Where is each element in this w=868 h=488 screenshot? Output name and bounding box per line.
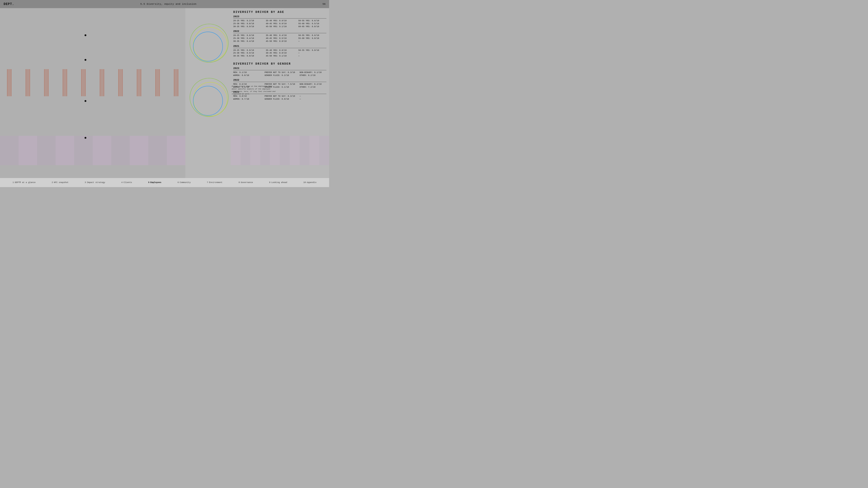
age-data-item: 25-30 YRS: 8.9/10	[233, 52, 261, 55]
nav-item-appendix[interactable]: 10 Appendix	[303, 182, 316, 184]
gender-data-item: GENDER FLUID: 8.0/10	[265, 98, 295, 101]
gender-data-item: OTHER: 7.2/10	[300, 86, 327, 89]
gender-data-item: NON-BINARY: 8.2/10	[300, 83, 327, 86]
gender-data-item: MEN: 9.1/10	[233, 71, 260, 74]
gender-data-item: NON-BINARY: 9.1/10	[300, 71, 327, 74]
nav-item-looking-ahead[interactable]: 9 Looking ahead	[269, 182, 287, 184]
gender-data-item: PREFER NOT TO SAY: 8.3/10	[265, 71, 295, 74]
age-data-item: 60-65 YRS: 8.8/10	[298, 25, 327, 28]
nav-item-employees[interactable]: 5 Employees	[148, 182, 161, 184]
age-data-item: 25-30 YRS: 9.0/10	[233, 22, 261, 25]
nav-item-kpi[interactable]: 2 KPI snapshot	[52, 182, 68, 184]
nav-number: 4	[121, 182, 123, 184]
left-panel	[0, 8, 185, 178]
age-data-item: 50-55 YRS: 9.0/10	[298, 49, 327, 52]
age-data-item: 20-25 YRS: 8.6/10	[233, 34, 261, 37]
gender-data-item: WOMEN: 8.8/10	[233, 74, 260, 77]
nav-number: 7	[207, 182, 208, 184]
lower-bar-columns	[0, 136, 185, 165]
age-data-item: —	[298, 40, 327, 43]
nav-label: Impact strategy	[87, 182, 105, 184]
circles-visualization	[185, 21, 233, 152]
age-year-2022: 2022	[233, 30, 327, 33]
svg-point-4	[193, 82, 227, 116]
dot-1	[85, 34, 86, 36]
bottom-nav: 1 DEPT® at a glance 2 KPI snapshot 3 Imp…	[0, 178, 329, 187]
gender-section-title: DIVERSITY DRIVER BY GENDER	[233, 62, 327, 66]
nav-label: Clients	[123, 182, 132, 184]
age-2023-row1: 20-25 YRS: 9.2/10 25-30 YRS: 9.0/10 30-3…	[233, 20, 327, 28]
age-data-item: 40-45 YRS: 8.5/10	[266, 37, 294, 40]
svg-point-0	[190, 24, 228, 62]
nav-item-dept[interactable]: 1 DEPT® at a glance	[13, 182, 35, 184]
age-data-item: 20-25 YRS: 9.2/10	[233, 20, 261, 22]
right-panel: DIVERSITY DRIVER BY AGE 2023 20-25 YRS: …	[185, 8, 329, 178]
data-panel: DIVERSITY DRIVER BY AGE 2023 20-25 YRS: …	[230, 8, 329, 103]
nav-label: Environment	[209, 182, 222, 184]
age-data-item: 55-60 YRS: 9.0/10	[298, 37, 327, 40]
description-text: Driver scores show us how employees feel…	[232, 85, 276, 95]
gender-year-2022: 2022	[233, 78, 327, 82]
gender-2021-row: MEN: 9.0/10 WOMEN: 8.7/10 PREFER NOT TO …	[233, 95, 327, 101]
age-data-item: 30-35 YRS: 8.4/10	[233, 40, 261, 43]
age-2021-row: 20-25 YRS: 8.9/10 25-30 YRS: 8.9/10 30-3…	[233, 49, 327, 58]
nav-label: Looking ahead	[271, 182, 287, 184]
gender-data-item: WOMEN: 8.7/10	[233, 98, 260, 101]
nav-number: 5	[148, 182, 149, 184]
nav-label: Employees	[150, 182, 161, 184]
svg-point-2	[193, 32, 223, 61]
age-data-item: 25-30 YRS: 8.4/10	[233, 37, 261, 40]
age-data-item: 55-60 YRS: 9.5/10	[298, 22, 327, 25]
nav-number: 10	[303, 182, 306, 184]
age-data-item: —	[298, 55, 327, 58]
gender-2023-row: MEN: 9.1/10 WOMEN: 8.8/10 PREFER NOT TO …	[233, 71, 327, 77]
age-data-item: 50-55 YRS: 8.6/10	[298, 34, 327, 37]
nav-item-clients[interactable]: 4 Clients	[121, 182, 132, 184]
svg-point-5	[193, 86, 223, 116]
dot-4	[85, 137, 86, 139]
age-year-2023: 2023	[233, 15, 327, 19]
nav-label: DEPT® at a glance	[15, 182, 35, 184]
nav-number: 9	[269, 182, 270, 184]
nav-label: Governance	[241, 182, 253, 184]
age-year-2021: 2021	[233, 45, 327, 48]
age-data-item: 45-50 YRS: 8.8/10	[266, 40, 294, 43]
gender-data-item: —	[300, 95, 327, 98]
right-lower-bars	[230, 136, 329, 165]
age-2022-row: 20-25 YRS: 8.6/10 25-30 YRS: 8.4/10 30-3…	[233, 34, 327, 43]
age-data-item: 20-25 YRS: 8.9/10	[233, 49, 261, 52]
nav-number: 1	[13, 182, 14, 184]
nav-number: 8	[239, 182, 240, 184]
nav-item-community[interactable]: 6 Community	[178, 182, 191, 184]
dot-2	[85, 59, 86, 61]
age-section-title: DIVERSITY DRIVER BY AGE	[233, 10, 327, 14]
nav-item-governance[interactable]: 8 Governance	[239, 182, 253, 184]
age-data-item: 35-40 YRS: 8.9/10	[266, 20, 294, 22]
age-data-item: 40-45 YRS: 8.8/10	[266, 52, 294, 55]
page-title: 5.5 Diversity, equity and inclusion	[141, 3, 197, 5]
header: DEPT. 5.5 Diversity, equity and inclusio…	[0, 0, 329, 8]
age-data-item: 35-40 YRS: 8.4/10	[266, 34, 294, 37]
age-data-item: 35-40 YRS: 8.8/10	[266, 49, 294, 52]
nav-item-impact[interactable]: 3 Impact strategy	[85, 182, 105, 184]
gender-year-2023: 2023	[233, 67, 327, 70]
nav-number: 3	[85, 182, 86, 184]
nav-label: Community	[180, 182, 191, 184]
nav-number: 2	[52, 182, 53, 184]
gender-data-item: GENDER FLUID: 9.2/10	[265, 74, 295, 77]
age-data-item: 30-35 YRS: 8.9/10	[233, 25, 261, 28]
age-data-item: 45-50 YRS: 9.1/10	[266, 25, 294, 28]
gender-data-item: —	[300, 98, 327, 101]
age-data-item: 30-35 YRS: 8.8/10	[233, 55, 261, 58]
main-content: DIVERSITY DRIVER BY AGE 2023 20-25 YRS: …	[0, 8, 329, 178]
svg-point-1	[193, 27, 227, 61]
upper-bar-columns	[0, 69, 185, 96]
age-data-item: —	[298, 52, 327, 55]
nav-item-environment[interactable]: 7 Environment	[207, 182, 222, 184]
nav-label: Appendix	[307, 182, 316, 184]
age-data-item: 50-55 YRS: 8.6/10	[298, 20, 327, 22]
nav-number: 6	[178, 182, 179, 184]
logo: DEPT.	[4, 2, 14, 6]
gender-data-item: OTHER: 8.2/10	[300, 74, 327, 77]
nav-label: KPI snapshot	[54, 182, 68, 184]
